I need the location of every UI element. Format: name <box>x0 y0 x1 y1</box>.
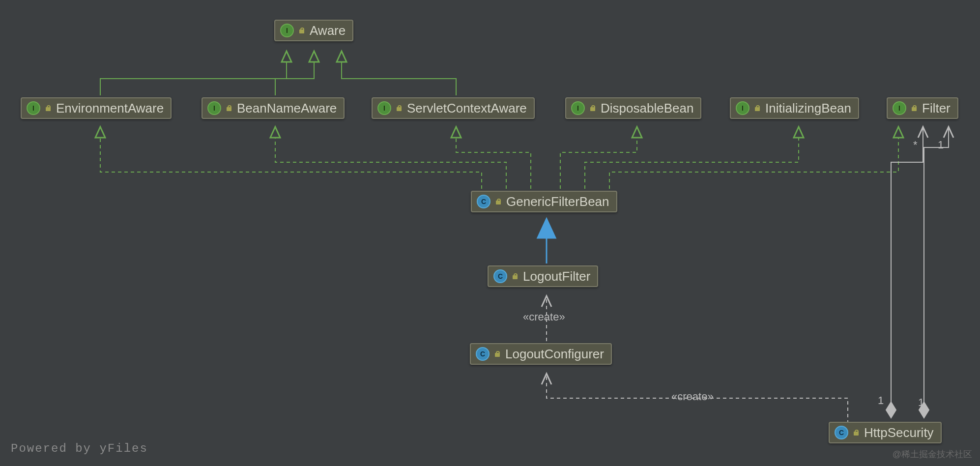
lock-icon <box>44 104 52 112</box>
lock-icon <box>852 429 860 437</box>
node-label: GenericFilterBean <box>506 194 609 209</box>
node-label: HttpSecurity <box>864 425 934 440</box>
class-icon: C <box>493 269 507 283</box>
interface-icon: I <box>280 24 294 37</box>
class-icon: C <box>476 347 490 361</box>
interface-icon: I <box>207 101 221 115</box>
lock-icon <box>395 104 403 112</box>
lock-icon <box>493 350 501 358</box>
node-disposable-bean[interactable]: I DisposableBean <box>565 97 701 119</box>
node-logout-filter[interactable]: C LogoutFilter <box>488 265 598 287</box>
footer-powered-by: Powered by yFiles <box>11 442 148 455</box>
edge-multiplicity: 1 <box>938 139 944 151</box>
node-label: EnvironmentAware <box>56 101 164 116</box>
edge-layer <box>0 0 980 466</box>
node-generic-filter-bean[interactable]: C GenericFilterBean <box>471 191 617 212</box>
node-label: InitializingBean <box>765 101 851 116</box>
node-label: LogoutConfigurer <box>505 347 604 362</box>
lock-icon <box>910 104 918 112</box>
lock-icon <box>753 104 761 112</box>
node-initializing-bean[interactable]: I InitializingBean <box>730 97 859 119</box>
footer-watermark: @稀土掘金技术社区 <box>893 448 972 460</box>
edge-multiplicity: 1 <box>918 396 924 409</box>
class-icon: C <box>835 426 848 439</box>
edge-multiplicity: 1 <box>878 394 884 407</box>
lock-icon <box>511 272 519 280</box>
interface-icon: I <box>893 101 906 115</box>
node-environment-aware[interactable]: I EnvironmentAware <box>21 97 172 119</box>
diagram-canvas: I Aware I EnvironmentAware I BeanNameAwa… <box>0 0 980 466</box>
node-aware[interactable]: I Aware <box>274 20 353 41</box>
edge-label-create: «create» <box>523 311 565 323</box>
node-logout-configurer[interactable]: C LogoutConfigurer <box>470 343 612 365</box>
lock-icon <box>298 27 306 34</box>
node-bean-name-aware[interactable]: I BeanNameAware <box>202 97 345 119</box>
edge-label-create: «create» <box>671 390 714 403</box>
node-label: Filter <box>922 101 951 116</box>
lock-icon <box>589 104 597 112</box>
interface-icon: I <box>736 101 749 115</box>
class-icon: C <box>477 195 490 208</box>
interface-icon: I <box>377 101 391 115</box>
interface-icon: I <box>27 101 40 115</box>
node-label: Aware <box>310 23 346 38</box>
node-label: LogoutFilter <box>523 269 590 284</box>
edge-multiplicity: * <box>913 139 918 151</box>
lock-icon <box>225 104 233 112</box>
node-filter[interactable]: I Filter <box>887 97 958 119</box>
lock-icon <box>494 198 502 205</box>
node-label: DisposableBean <box>601 101 693 116</box>
node-label: BeanNameAware <box>237 101 337 116</box>
node-http-security[interactable]: C HttpSecurity <box>829 422 942 443</box>
interface-icon: I <box>571 101 585 115</box>
node-servlet-context-aware[interactable]: I ServletContextAware <box>372 97 535 119</box>
node-label: ServletContextAware <box>407 101 527 116</box>
